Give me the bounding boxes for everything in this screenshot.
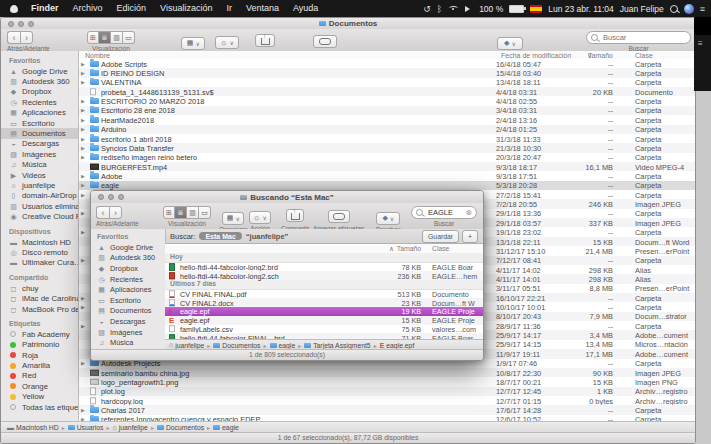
menubar-item-ir[interactable]: Ir xyxy=(219,3,239,13)
menubar-item-visualizaci-n[interactable]: Visualización xyxy=(153,3,219,13)
column-header-kind[interactable]: Clase xyxy=(635,52,653,59)
minimize-button[interactable] xyxy=(108,194,114,200)
sidebar-item-autodesk-360[interactable]: ▥Autodesk 360 xyxy=(91,253,165,264)
view-coverflow-button[interactable]: ▭ xyxy=(123,31,135,44)
user-menu[interactable]: Juan Felipe xyxy=(620,4,664,14)
action-button[interactable]: ☼∨ xyxy=(249,211,271,224)
sidebar-item-chuy[interactable]: ◻chuy xyxy=(1,283,78,293)
breadcrumb-item-eagle[interactable]: eagle xyxy=(213,424,239,431)
sidebar-item-macbook-pro-de-m[interactable]: ◻MacBook Pro de M… xyxy=(1,304,78,314)
column-header-size[interactable]: Tamaño xyxy=(361,245,421,252)
table-row[interactable]: probeta_1_1448613139_5131.sv$4/4/18 03:3… xyxy=(79,87,695,96)
breadcrumb-item-juanfelipe[interactable]: ⌂juanfelipe xyxy=(113,424,148,431)
action-button[interactable]: ☼∨ xyxy=(215,36,239,49)
search-result-row[interactable]: CV FINAL FINAL.pdf513 KBDocumento xyxy=(165,290,483,299)
column-header-date[interactable]: Fecha de modificación xyxy=(501,52,571,59)
search-result-row[interactable]: hello-ftdi-44-fabcolor-long2.sch236 KBEA… xyxy=(165,271,483,280)
table-row[interactable]: ▶escritorio 1 abril 201831/3/18 11:33--C… xyxy=(79,134,695,143)
column-header-name[interactable]: Nombre xyxy=(85,52,110,59)
breadcrumb-item-juanfelipe[interactable]: ⌂juanfelipe xyxy=(169,342,204,349)
sidebar-item-orange[interactable]: Orange xyxy=(1,381,78,391)
organize-button[interactable]: ▦∨ xyxy=(181,37,205,50)
siri-icon[interactable] xyxy=(684,4,694,14)
clear-search-icon[interactable]: ⊗ xyxy=(465,209,472,217)
table-row[interactable]: plot.log12/7/17 12:451 KBArchiv…registro xyxy=(79,387,695,396)
sidebar-item-dropbox[interactable]: ◆Dropbox xyxy=(1,87,78,97)
tags-button[interactable] xyxy=(328,210,350,223)
table-row[interactable]: ▶Adobe Scripts16/4/18 05:47--Carpeta xyxy=(79,59,695,68)
view-icons-button[interactable]: ⊞ xyxy=(87,31,99,44)
menubar-clock[interactable]: Lun 23 abr. 11:04 xyxy=(548,4,614,14)
sidebar-item-videos[interactable]: ▶Videos xyxy=(1,170,78,180)
sidebar-item-recientes[interactable]: ◷Recientes xyxy=(1,97,78,107)
forward-button[interactable]: › xyxy=(20,31,33,44)
sidebar-item-escritorio[interactable]: ▭Escritorio xyxy=(91,295,165,306)
search-result-row[interactable]: Eeagle.epf15 KBEAGLE Proje xyxy=(165,316,483,325)
view-columns-button[interactable]: ▥ xyxy=(111,31,123,44)
search-input[interactable] xyxy=(426,207,462,218)
table-row[interactable]: seminario bambu china.jpg10/8/17 22:3090… xyxy=(79,368,695,377)
sidebar-item-red[interactable]: Red xyxy=(1,371,78,381)
sidebar-item-amarilla[interactable]: Amarilla xyxy=(1,360,78,370)
close-button[interactable] xyxy=(98,194,104,200)
sidebar-item-todas-las-etiqueta[interactable]: Todas las etiqueta… xyxy=(1,402,78,412)
table-row[interactable]: ▶ID REINO DESIGN15/4/18 03:40--Carpeta xyxy=(79,68,695,77)
table-row[interactable]: ▶rediseño imagen reino betero20/3/18 20:… xyxy=(79,153,695,162)
sidebar-item-im-genes[interactable]: ▨Imágenes xyxy=(91,327,165,338)
sidebar-item-recientes[interactable]: ◷Recientes xyxy=(91,274,165,285)
table-row[interactable]: ▶Escritorio 28 ene 20183/4/18 03:31--Car… xyxy=(79,106,695,115)
sidebar-item-documentos[interactable]: ▤Documentos xyxy=(91,306,165,317)
sidebar-item-dropbox[interactable]: ◆Dropbox xyxy=(91,263,165,274)
sidebar-item-descargas[interactable]: ◒Descargas xyxy=(1,139,78,149)
close-button[interactable] xyxy=(8,21,14,27)
menubar-item-archivo[interactable]: Archivo xyxy=(66,3,110,13)
view-coverflow-button[interactable]: ▭ xyxy=(199,206,211,219)
sidebar-item-imac-de-carolina[interactable]: ◻iMac de Carolina xyxy=(1,293,78,303)
table-row[interactable]: ▶VALENTINA13/4/18 18:11--Carpeta xyxy=(79,78,695,87)
minimize-button[interactable] xyxy=(18,21,24,27)
bluetooth-icon[interactable]: ᛒ xyxy=(437,4,442,14)
sidebar-item-documentos[interactable]: ▤Documentos xyxy=(1,128,78,138)
breadcrumb-item-macintosh-hd[interactable]: ▬Macintosh HD xyxy=(7,424,59,431)
sidebar-item-aplicaciones[interactable]: ▦Aplicaciones xyxy=(1,108,78,118)
sidebar-item-m-sica[interactable]: ♫Música xyxy=(91,337,165,348)
table-row[interactable]: logo_pentagrowth1.png18/7/17 00:2115 KBI… xyxy=(79,377,695,386)
view-list-button[interactable]: ≣ xyxy=(175,206,187,219)
sidebar-item-juanfelipe[interactable]: ⌂juanfelipe xyxy=(1,180,78,190)
sidebar-item-yellow[interactable]: Yellow xyxy=(1,392,78,402)
search-input[interactable] xyxy=(601,32,686,43)
table-row[interactable]: ▶Arduino2/4/18 01:25--Carpeta xyxy=(79,125,695,134)
spotlight-icon[interactable] xyxy=(670,5,678,13)
column-header-size[interactable]: Tamaño xyxy=(575,52,613,59)
sidebar-item-autodesk-360[interactable]: ▥Autodesk 360 xyxy=(1,76,78,86)
zoom-button[interactable] xyxy=(28,21,34,27)
sidebar-item-creative-cloud-files[interactable]: ◉Creative Cloud Files xyxy=(1,211,78,221)
breadcrumb-item-eagle-epf[interactable]: Eeagle.epf xyxy=(380,342,415,349)
breadcrumb-item-documentos[interactable]: Documentos xyxy=(213,342,260,349)
back-button[interactable]: ‹ xyxy=(7,31,20,44)
table-row[interactable]: ▶eagle5/3/18 20:28--Carpeta xyxy=(79,181,695,190)
keyboard-layout-flag-icon[interactable] xyxy=(530,5,542,13)
save-search-button[interactable]: Guardar xyxy=(422,230,459,243)
scope-token-esta-mac[interactable]: Esta Mac xyxy=(199,232,241,240)
organize-button[interactable]: ▦∨ xyxy=(222,212,244,225)
view-icons-button[interactable]: ⊞ xyxy=(163,206,175,219)
wifi-icon[interactable] xyxy=(448,6,459,12)
dropbox-button[interactable]: ◆∨ xyxy=(497,37,523,50)
share-button[interactable] xyxy=(286,209,304,222)
search-result-row[interactable]: hello-ftdi-44-fabcolor-long2.brd78 KBEAG… xyxy=(165,263,483,272)
zoom-button[interactable] xyxy=(118,194,124,200)
battery-icon[interactable] xyxy=(509,5,524,13)
breadcrumb-item-eagle[interactable]: eagle xyxy=(270,342,296,349)
breadcrumb-item-documentos[interactable]: Documentos xyxy=(157,424,204,431)
search-result-row[interactable]: Eeagle.epf19 KBEAGLE Proje xyxy=(165,307,483,316)
sidebar-item-aplicaciones[interactable]: ▦Aplicaciones xyxy=(91,284,165,295)
notification-center-icon[interactable]: ≡ xyxy=(700,4,705,14)
sidebar-item-fab-academy[interactable]: Fab Academy xyxy=(1,329,78,339)
table-row[interactable]: ▶Syncios Data Transfer21/3/18 10:30--Car… xyxy=(79,143,695,152)
sidebar-item-usuarios-eliminados[interactable]: ▥Usuarios eliminados xyxy=(1,201,78,211)
sidebar-item-domain-airdrop[interactable]: ▯domain-AirDrop xyxy=(1,191,78,201)
table-row[interactable]: ▶Adobe9/3/18 17:51--Carpeta xyxy=(79,171,695,180)
menubar-item-edici-n[interactable]: Edición xyxy=(110,3,154,13)
menubar-item-ayuda[interactable]: Ayuda xyxy=(286,3,325,13)
